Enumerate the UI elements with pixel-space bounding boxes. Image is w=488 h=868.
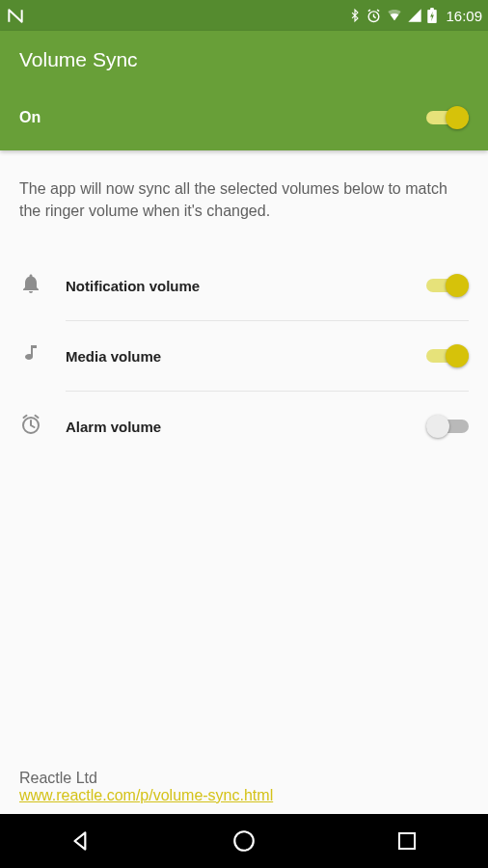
- navigation-bar: [0, 814, 488, 868]
- media-toggle[interactable]: [426, 344, 469, 367]
- svg-rect-2: [431, 8, 435, 11]
- android-n-icon: [6, 6, 25, 25]
- nav-recents-button[interactable]: [368, 814, 446, 868]
- battery-charging-icon: [426, 8, 438, 24]
- bluetooth-icon: [348, 8, 362, 23]
- master-toggle-row: On: [19, 106, 469, 129]
- svg-point-4: [234, 831, 254, 851]
- svg-rect-5: [399, 833, 415, 849]
- status-bar: 16:09: [0, 0, 488, 31]
- setting-row-notification[interactable]: Notification volume: [19, 251, 469, 320]
- alarm-clock-icon: [19, 413, 42, 440]
- signal-icon: [407, 8, 422, 23]
- setting-label: Media volume: [66, 348, 426, 365]
- master-toggle-label: On: [19, 109, 426, 126]
- master-toggle[interactable]: [426, 106, 469, 129]
- app-title: Volume Sync: [19, 48, 469, 71]
- setting-row-media[interactable]: Media volume: [19, 321, 469, 391]
- description-text: The app will now sync all the selected v…: [19, 150, 469, 251]
- footer: Reactle Ltd www.reactle.com/p/volume-syn…: [19, 770, 469, 814]
- status-clock: 16:09: [446, 8, 482, 24]
- alarm-toggle[interactable]: [426, 415, 469, 438]
- music-note-icon: [19, 342, 42, 369]
- notification-toggle[interactable]: [426, 274, 469, 297]
- setting-label: Alarm volume: [66, 419, 426, 435]
- nav-back-button[interactable]: [42, 814, 120, 868]
- volume-settings-list: Notification volume Media volume: [19, 251, 469, 461]
- footer-link[interactable]: www.reactle.com/p/volume-sync.html: [19, 787, 273, 803]
- wifi-icon: [386, 8, 403, 23]
- nav-home-button[interactable]: [205, 814, 283, 868]
- footer-company: Reactle Ltd: [19, 770, 469, 787]
- app-bar: Volume Sync On: [0, 31, 488, 150]
- alarm-status-icon: [366, 8, 382, 24]
- bell-icon: [19, 272, 42, 299]
- setting-label: Notification volume: [66, 278, 426, 294]
- setting-row-alarm[interactable]: Alarm volume: [19, 392, 469, 461]
